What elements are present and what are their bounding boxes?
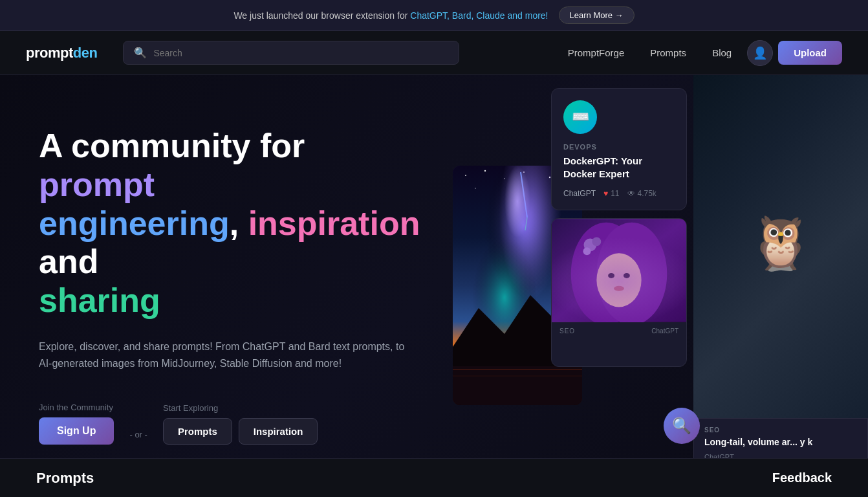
- hearts-count: 11: [611, 189, 619, 198]
- hero-title-prompt: prompt: [39, 166, 155, 203]
- announcement-text: We just launched our browser extension f…: [233, 10, 548, 21]
- docker-gpt-card[interactable]: ⌨️ DEVOPS DockerGPT: Your Docker Expert …: [551, 88, 687, 210]
- svg-point-6: [523, 171, 525, 173]
- svg-point-43: [794, 149, 845, 227]
- svg-point-25: [608, 273, 614, 278]
- eye-icon: 👁: [627, 189, 635, 198]
- logo-den: den: [73, 45, 98, 61]
- search-circle-button[interactable]: 🔍: [664, 408, 700, 444]
- announcement-highlight: ChatGPT, Bard, Claude and more!: [410, 10, 548, 21]
- bottom-bar: Prompts Feedback: [0, 458, 868, 497]
- nav-blog[interactable]: Blog: [702, 42, 742, 63]
- search-icon: 🔍: [134, 47, 147, 59]
- seo-tag: SEO: [704, 426, 857, 434]
- svg-point-30: [745, 94, 816, 159]
- prompts-explore-button[interactable]: Prompts: [163, 418, 232, 445]
- announcement-bar: We just launched our browser extension f…: [0, 0, 868, 31]
- svg-rect-18: [552, 219, 686, 322]
- svg-point-21: [596, 253, 641, 307]
- svg-line-47: [800, 230, 807, 250]
- svg-point-37: [768, 120, 772, 124]
- svg-point-26: [624, 273, 630, 278]
- svg-line-12: [525, 217, 527, 230]
- learn-more-button[interactable]: Learn More →: [559, 6, 635, 24]
- svg-point-33: [756, 112, 779, 135]
- svg-line-44: [755, 230, 765, 250]
- svg-point-22: [584, 238, 597, 251]
- seo-title: Long-tail, volume ar... y k: [704, 436, 857, 448]
- svg-point-19: [571, 223, 642, 322]
- explore-buttons: Prompts Inspiration: [163, 418, 318, 445]
- logo[interactable]: promptden: [26, 45, 97, 61]
- svg-point-42: [716, 149, 768, 227]
- svg-point-24: [592, 237, 601, 246]
- upload-button[interactable]: Upload: [778, 41, 842, 65]
- terminal-icon: ⌨️: [572, 109, 589, 126]
- svg-point-23: [583, 247, 591, 255]
- svg-point-20: [596, 223, 667, 322]
- user-icon-button[interactable]: 👤: [747, 40, 773, 66]
- card-icon: ⌨️: [563, 100, 597, 134]
- hero-title-comma: ,: [230, 204, 248, 242]
- svg-marker-31: [752, 82, 768, 104]
- hero-title-sharing: sharing: [39, 282, 160, 319]
- hero-title-part1: A community for: [39, 127, 305, 164]
- cards-column: ⌨️ DEVOPS DockerGPT: Your Docker Expert …: [551, 88, 687, 367]
- search-bar[interactable]: 🔍: [123, 41, 459, 65]
- svg-line-11: [521, 172, 527, 217]
- svg-point-40: [748, 137, 813, 214]
- join-label: Join the Community: [39, 403, 114, 412]
- nav-promptforge[interactable]: PromptForge: [558, 42, 635, 63]
- card-title: DockerGPT: Your Docker Expert: [563, 155, 675, 180]
- svg-rect-14: [453, 366, 582, 405]
- hero-actions: Join the Community Sign Up - or - Start …: [39, 403, 427, 445]
- svg-point-3: [465, 175, 466, 176]
- svg-point-27: [614, 286, 624, 291]
- svg-line-45: [771, 234, 777, 253]
- purple-hair-card[interactable]: SEO ChatGPT: [551, 218, 687, 367]
- svg-point-38: [794, 120, 797, 124]
- explore-label: Start Exploring: [163, 403, 318, 413]
- hero-description: Explore, discover, and share prompts! Fr…: [39, 338, 414, 371]
- svg-rect-17: [552, 219, 686, 322]
- bottom-prompts-button[interactable]: Prompts: [26, 465, 104, 492]
- card2-bottom: SEO ChatGPT: [552, 322, 686, 340]
- hero-right: ⌨️ DEVOPS DockerGPT: Your Docker Expert …: [466, 75, 868, 496]
- right-images: SEO Long-tail, volume ar... y k ChatGPT: [693, 75, 868, 496]
- svg-rect-28: [693, 75, 868, 269]
- bottom-feedback-button[interactable]: Feedback: [762, 465, 842, 491]
- explore-section: Start Exploring Prompts Inspiration: [163, 403, 318, 445]
- search-input[interactable]: [153, 48, 448, 58]
- logo-prompt: prompt: [26, 45, 73, 61]
- hero-title-inspiration: inspiration: [248, 204, 420, 242]
- svg-marker-39: [774, 133, 787, 143]
- user-icon: 👤: [753, 46, 767, 60]
- search-circle-icon: 🔍: [672, 417, 691, 435]
- svg-marker-32: [794, 82, 810, 104]
- sign-up-button[interactable]: Sign Up: [39, 417, 114, 445]
- svg-point-7: [549, 177, 550, 178]
- card-meta: ChatGPT ♥ 11 👁 4.75k: [563, 189, 675, 198]
- card-platform: ChatGPT: [563, 189, 596, 198]
- card-tag: DEVOPS: [563, 143, 675, 151]
- hero-title-engineering: engineering: [39, 204, 230, 242]
- svg-point-9: [475, 188, 476, 189]
- svg-point-35: [761, 117, 774, 130]
- join-section: Join the Community Sign Up: [39, 403, 114, 445]
- navbar: promptden 🔍 PromptForge Prompts Blog 👤 U…: [0, 31, 868, 75]
- svg-point-4: [484, 170, 486, 171]
- svg-point-29: [735, 120, 826, 237]
- hero-left: A community for prompt engineering, insp…: [0, 75, 466, 496]
- heart-icon: ♥: [603, 189, 608, 198]
- nav-prompts[interactable]: Prompts: [640, 42, 697, 63]
- svg-point-36: [787, 117, 800, 130]
- card2-tag: SEO: [559, 327, 575, 335]
- hero-title-and: and: [39, 243, 98, 280]
- nav-links: PromptForge Prompts Blog 👤 Upload: [558, 40, 842, 66]
- inspiration-explore-button[interactable]: Inspiration: [239, 418, 318, 445]
- svg-point-34: [782, 112, 805, 135]
- or-divider: - or -: [129, 430, 147, 445]
- views-count: 4.75k: [638, 189, 656, 198]
- hero-section: A community for prompt engineering, insp…: [0, 75, 868, 496]
- svg-point-5: [504, 178, 505, 179]
